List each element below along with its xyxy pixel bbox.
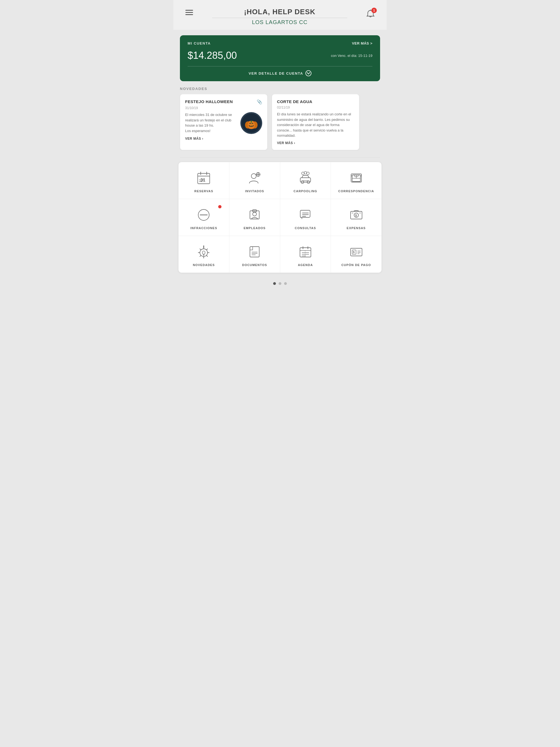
invitados-icon: [246, 170, 263, 186]
cupon-label: CUPÓN DE PAGO: [341, 263, 371, 266]
account-ver-mas[interactable]: VER MÁS >: [352, 41, 373, 45]
carpooling-label: CARPOOLING: [294, 189, 317, 193]
reservas-label: RESERVAS: [195, 189, 213, 193]
grid-cell-cupon[interactable]: $ CUPÓN DE PAGO: [331, 236, 381, 273]
agenda-label: AGENDA: [298, 263, 313, 266]
svg-line-55: [200, 249, 201, 250]
news-title-0: FESTEJO HALLOWEEN: [185, 99, 233, 104]
news-content-row-0: El miercoles 31 de octubre se realizará …: [185, 112, 262, 134]
grid-cell-correspondencia[interactable]: CORRESPONDENCIA: [331, 162, 381, 199]
svg-rect-27: [300, 178, 311, 182]
cupon-icon: $: [348, 243, 364, 260]
carpooling-icon: [297, 170, 314, 186]
correspondencia-label: CORRESPONDENCIA: [338, 189, 374, 193]
header: ¡HOLA, HELP DESK LOS LAGARTOS CC 1: [173, 0, 387, 30]
news-content-row-1: El día lunes se estará realizando un cor…: [277, 111, 354, 138]
account-detail-label: VER DETALLE DE CUENTA: [249, 71, 303, 75]
news-ver-mas-0[interactable]: VER MÁS ›: [185, 137, 262, 140]
menu-icon[interactable]: [183, 8, 195, 17]
news-scroll-container[interactable]: FESTEJO HALLOWEEN 📎 31/10/19 El miercole…: [173, 94, 387, 154]
grid-cell-agenda[interactable]: AGENDA: [280, 236, 331, 273]
svg-point-20: [251, 174, 256, 179]
pagination-dot-0[interactable]: [273, 282, 276, 285]
svg-text:$: $: [355, 214, 357, 217]
grid-row-1: 31 RESERVAS INVITADOS: [179, 162, 381, 199]
novedades-section-label: NOVEDADES: [180, 87, 380, 91]
consultas-label: CONSULTAS: [295, 226, 316, 230]
svg-line-57: [200, 255, 201, 256]
grid-row-2: INFRACCIONES EMPLEADOS: [179, 199, 381, 236]
grid-cell-carpooling[interactable]: CARPOOLING: [280, 162, 331, 199]
news-card-header-1: CORTE DE AGUA: [277, 99, 354, 104]
notification-button[interactable]: 1: [364, 8, 377, 21]
chevron-down-icon: [305, 70, 311, 76]
svg-line-56: [206, 249, 207, 250]
consultas-icon: [297, 207, 314, 223]
news-image-0: [240, 112, 262, 134]
pagination: [173, 279, 387, 292]
infracciones-icon: [196, 207, 212, 223]
svg-rect-66: [300, 248, 311, 257]
svg-point-26: [307, 172, 309, 175]
grid-cell-invitados[interactable]: INVITADOS: [229, 162, 280, 199]
paperclip-icon: 📎: [257, 99, 262, 104]
empleados-label: EMPLEADOS: [244, 226, 265, 230]
invitados-label: INVITADOS: [245, 189, 264, 193]
svg-rect-62: [250, 247, 259, 257]
agenda-icon: [297, 243, 314, 260]
news-card-1: CORTE DE AGUA 02/11/19 El día lunes se e…: [272, 94, 359, 150]
grid-cell-reservas[interactable]: 31 RESERVAS: [179, 162, 229, 199]
account-card: MI CUENTA VER MÁS > $14.285,00 con Venc.…: [180, 35, 380, 81]
notification-badge: 1: [371, 8, 377, 13]
news-date-0: 31/10/19: [185, 106, 262, 110]
reservas-icon: 31: [196, 170, 212, 186]
grid-cell-documentos[interactable]: DOCUMENTOS: [229, 236, 280, 273]
grid-cell-infracciones[interactable]: INFRACCIONES: [179, 199, 229, 236]
news-text-0: El miercoles 31 de octubre se realizará …: [185, 112, 237, 133]
news-card-header-0: FESTEJO HALLOWEEN 📎: [185, 99, 262, 104]
novedades-menu-label: NOVEDADES: [193, 263, 215, 266]
account-card-header: MI CUENTA VER MÁS >: [187, 41, 373, 45]
grid-cell-consultas[interactable]: CONSULTAS: [280, 199, 331, 236]
account-due: con Venc. el día: 15-11-19: [331, 54, 373, 58]
infracciones-label: INFRACCIONES: [190, 226, 217, 230]
account-detail-button[interactable]: VER DETALLE DE CUENTA: [187, 66, 373, 76]
news-card-0: FESTEJO HALLOWEEN 📎 31/10/19 El miercole…: [180, 94, 268, 150]
news-ver-mas-1[interactable]: VER MÁS ›: [277, 141, 354, 145]
header-subtitle: LOS LAGARTOS CC: [195, 19, 364, 25]
header-greeting: ¡HOLA, HELP DESK: [195, 8, 364, 16]
infracciones-badge: [218, 205, 222, 208]
svg-point-38: [253, 212, 256, 216]
news-title-1: CORTE DE AGUA: [277, 99, 312, 104]
grid-cell-novedades[interactable]: NOVEDADES: [179, 236, 229, 273]
svg-line-58: [206, 255, 207, 256]
pagination-dot-1[interactable]: [279, 282, 281, 285]
account-amount-row: $14.285,00 con Venc. el día: 15-11-19: [187, 50, 373, 61]
grid-cell-expensas[interactable]: $ EXPENSAS: [331, 199, 381, 236]
novedades-icon: [196, 243, 212, 260]
svg-text:$: $: [353, 251, 355, 254]
news-text-1: El día lunes se estará realizando un cor…: [277, 111, 354, 138]
empleados-icon: [246, 207, 263, 223]
expensas-icon: $: [348, 207, 364, 223]
grid-row-3: NOVEDADES DOCUMENTOS: [179, 236, 381, 273]
grid-cell-empleados[interactable]: EMPLEADOS: [229, 199, 280, 236]
account-label: MI CUENTA: [187, 41, 211, 45]
header-center: ¡HOLA, HELP DESK LOS LAGARTOS CC: [195, 8, 364, 25]
documentos-icon: [246, 243, 263, 260]
pagination-dot-2[interactable]: [284, 282, 287, 285]
svg-point-12: [249, 122, 253, 128]
news-date-1: 02/11/19: [277, 106, 354, 109]
documentos-label: DOCUMENTOS: [242, 263, 267, 266]
correspondencia-icon: [348, 170, 364, 186]
grid-container: 31 RESERVAS INVITADOS: [178, 162, 382, 273]
account-amount: $14.285,00: [187, 50, 237, 61]
expensas-label: EXPENSAS: [347, 226, 366, 230]
